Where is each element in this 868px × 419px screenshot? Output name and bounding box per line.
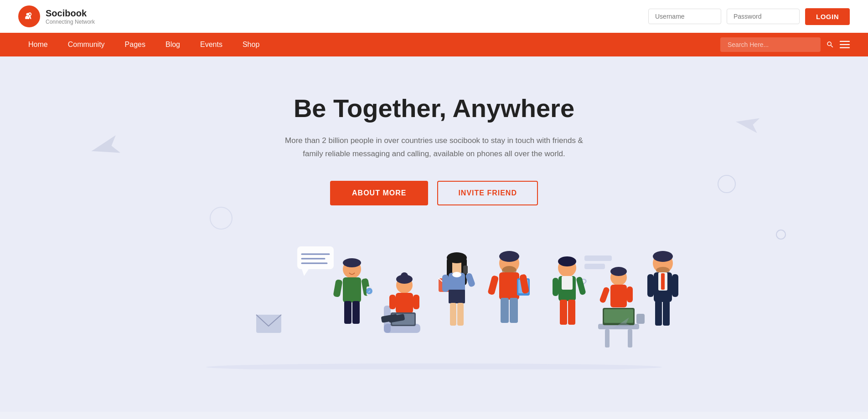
svg-rect-75 xyxy=(636,314,645,324)
svg-rect-60 xyxy=(584,255,612,261)
nav-item-blog[interactable]: Blog xyxy=(155,33,190,56)
svg-rect-90 xyxy=(663,301,670,326)
svg-point-88 xyxy=(653,251,673,262)
login-button[interactable]: LOGIN xyxy=(805,8,850,25)
menu-icon[interactable] xyxy=(840,41,850,49)
deco-circle-3 xyxy=(776,230,786,240)
brand-icon xyxy=(23,10,36,23)
svg-text:✓: ✓ xyxy=(368,290,371,294)
hero-title: Be Together, Anywhere xyxy=(294,93,574,123)
about-more-button[interactable]: ABOUT MORE xyxy=(330,181,428,205)
username-input[interactable] xyxy=(648,9,721,24)
svg-rect-69 xyxy=(568,300,575,325)
svg-rect-30 xyxy=(389,295,396,309)
svg-rect-79 xyxy=(599,286,610,303)
svg-rect-80 xyxy=(627,286,633,302)
svg-rect-2 xyxy=(840,44,850,45)
svg-rect-51 xyxy=(499,272,519,300)
nav-item-pages[interactable]: Pages xyxy=(115,33,155,56)
svg-rect-57 xyxy=(510,298,518,323)
svg-point-42 xyxy=(452,272,461,277)
deco-left-plane xyxy=(89,135,120,160)
svg-rect-78 xyxy=(610,285,627,307)
logo-text: Socibook Connecting Network xyxy=(46,8,95,25)
svg-marker-12 xyxy=(302,269,309,276)
svg-point-0 xyxy=(26,13,29,15)
svg-point-77 xyxy=(610,267,627,276)
password-input[interactable] xyxy=(727,9,800,24)
svg-rect-31 xyxy=(413,295,419,309)
hero-illustration: ✓ xyxy=(183,233,685,369)
svg-rect-13 xyxy=(256,315,281,333)
header-right: LOGIN xyxy=(648,8,850,25)
svg-point-93 xyxy=(206,363,662,369)
svg-rect-61 xyxy=(584,264,605,269)
svg-rect-68 xyxy=(560,300,567,325)
navbar: Home Community Pages Blog Events Shop xyxy=(0,33,868,56)
deco-right-plane xyxy=(734,114,760,133)
svg-rect-89 xyxy=(655,301,662,326)
svg-point-63 xyxy=(558,256,576,266)
svg-rect-29 xyxy=(396,293,413,313)
svg-rect-74 xyxy=(604,309,633,323)
svg-rect-47 xyxy=(450,303,456,326)
svg-rect-56 xyxy=(501,298,509,323)
svg-rect-87 xyxy=(672,274,678,297)
svg-rect-72 xyxy=(628,329,632,347)
svg-rect-43 xyxy=(449,290,465,303)
nav-search-input[interactable] xyxy=(720,37,821,52)
svg-rect-48 xyxy=(457,303,464,326)
svg-rect-44 xyxy=(442,275,449,292)
svg-rect-86 xyxy=(647,274,654,297)
header: Socibook Connecting Network LOGIN xyxy=(0,0,868,33)
svg-rect-54 xyxy=(487,275,499,295)
svg-rect-22 xyxy=(344,301,351,324)
svg-rect-3 xyxy=(840,47,850,48)
nav-items: Home Community Pages Blog Events Shop xyxy=(18,33,720,56)
nav-item-events[interactable]: Events xyxy=(190,33,232,56)
hero-subtitle: More than 2 billion people in over count… xyxy=(284,134,584,161)
hero-section: Be Together, Anywhere More than 2 billio… xyxy=(0,56,868,412)
hero-buttons: ABOUT MORE INVITE FRIEND xyxy=(330,181,538,205)
logo-title: Socibook xyxy=(46,8,95,19)
svg-rect-66 xyxy=(553,278,558,296)
nav-item-shop[interactable]: Shop xyxy=(232,33,269,56)
svg-rect-16 xyxy=(343,277,361,302)
svg-rect-8 xyxy=(297,246,334,269)
svg-rect-71 xyxy=(605,329,610,347)
nav-item-home[interactable]: Home xyxy=(18,33,58,56)
invite-friend-button[interactable]: INVITE FRIEND xyxy=(437,181,538,205)
people-svg: ✓ xyxy=(183,233,685,369)
svg-rect-23 xyxy=(352,301,360,324)
svg-rect-1 xyxy=(840,41,850,42)
nav-right xyxy=(720,37,850,52)
svg-point-15 xyxy=(343,258,361,267)
nav-item-community[interactable]: Community xyxy=(58,33,115,56)
logo-icon xyxy=(18,5,40,27)
svg-rect-17 xyxy=(333,279,342,297)
svg-rect-46 xyxy=(463,266,468,274)
svg-point-58 xyxy=(499,251,519,262)
search-icon[interactable] xyxy=(826,41,834,49)
logo-subtitle: Connecting Network xyxy=(46,19,95,25)
deco-circle-1 xyxy=(718,175,736,193)
svg-rect-65 xyxy=(562,276,573,290)
svg-point-28 xyxy=(401,272,408,280)
logo-area: Socibook Connecting Network xyxy=(18,5,95,27)
deco-circle-2 xyxy=(210,207,232,230)
svg-rect-85 xyxy=(661,273,665,290)
